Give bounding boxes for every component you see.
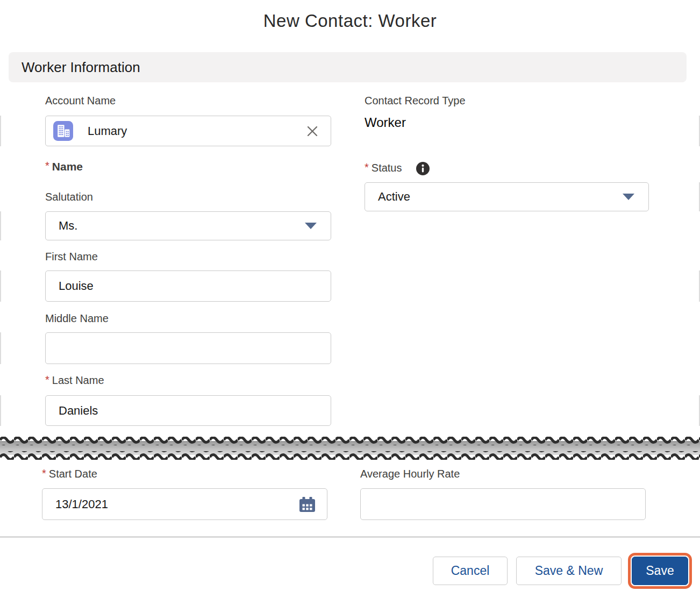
start-date-input[interactable]: 13/1/2021 <box>42 488 327 520</box>
contact-record-type-value: Worker <box>365 115 406 130</box>
start-date-label: * Start Date <box>42 468 97 480</box>
cropped-field-edge <box>0 116 1 146</box>
account-name-value: Lumary <box>88 124 306 138</box>
account-name-lookup[interactable]: Lumary <box>45 116 331 146</box>
cropped-field-edge <box>0 395 1 426</box>
footer-divider <box>0 536 700 538</box>
status-label: * Status <box>365 161 430 175</box>
contact-record-type-label: Contact Record Type <box>365 95 466 107</box>
required-asterisk: * <box>45 374 49 385</box>
account-name-label: Account Name <box>45 95 116 107</box>
last-name-input[interactable] <box>45 395 331 426</box>
cropped-field-edge <box>0 270 1 302</box>
middle-name-input[interactable] <box>45 332 331 364</box>
middle-name-label: Middle Name <box>45 312 109 325</box>
average-hourly-rate-label: Average Hourly Rate <box>360 468 460 480</box>
section-header-worker-information: Worker Information <box>9 52 687 82</box>
torn-divider <box>0 436 700 461</box>
required-asterisk: * <box>45 160 49 171</box>
name-group-label: * Name <box>45 160 83 173</box>
salutation-select[interactable]: Ms. <box>45 211 331 240</box>
required-asterisk: * <box>42 468 46 479</box>
section-header-label: Worker Information <box>22 59 140 76</box>
account-building-icon <box>53 121 73 141</box>
save-and-new-button[interactable]: Save & New <box>516 557 622 585</box>
average-hourly-rate-input[interactable] <box>360 488 646 520</box>
first-name-label: First Name <box>45 251 98 263</box>
chevron-down-icon <box>623 194 634 200</box>
clear-account-icon[interactable] <box>306 125 319 138</box>
cancel-button[interactable]: Cancel <box>433 557 508 585</box>
page-title: New Contact: Worker <box>0 11 700 31</box>
chevron-down-icon <box>305 223 317 229</box>
new-contact-modal: New Contact: Worker Worker Information A… <box>0 0 700 598</box>
status-select[interactable]: Active <box>365 182 649 211</box>
salutation-value: Ms. <box>59 219 77 233</box>
info-icon[interactable] <box>416 162 430 175</box>
status-value: Active <box>378 190 410 204</box>
salutation-label: Salutation <box>45 191 93 203</box>
cropped-field-edge <box>0 332 1 364</box>
required-asterisk: * <box>365 162 369 173</box>
last-name-label: * Last Name <box>45 374 104 387</box>
save-button[interactable]: Save <box>632 557 688 585</box>
save-button-highlight: Save <box>628 553 692 589</box>
start-date-value: 13/1/2021 <box>55 497 108 511</box>
cropped-field-edge <box>0 211 1 240</box>
calendar-icon[interactable] <box>299 497 315 512</box>
first-name-input[interactable] <box>45 270 331 302</box>
